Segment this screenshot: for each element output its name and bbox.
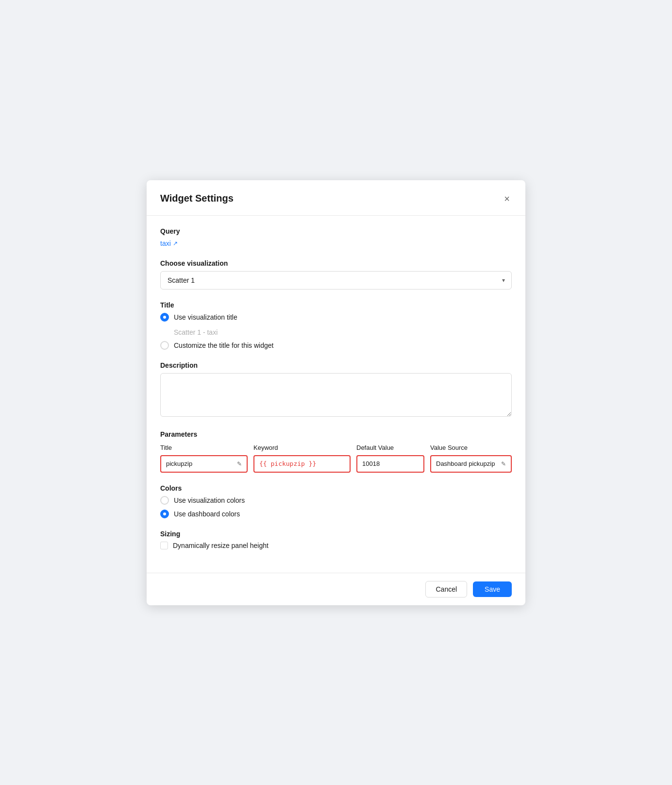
dynamic-resize-label: Dynamically resize panel height	[173, 542, 269, 549]
param-keyword-value: {{ pickupzip }}	[259, 460, 316, 467]
param-title-edit-icon[interactable]: ✎	[237, 461, 242, 467]
param-source-cell[interactable]: Dashboard pickupzip ✎	[430, 455, 512, 473]
use-dashboard-colors-option[interactable]: Use dashboard colors	[160, 510, 512, 518]
param-source-value: Dashboard pickupzip	[436, 460, 495, 467]
use-vis-title-radio[interactable]	[160, 313, 169, 322]
param-title-value: pickupzip	[166, 460, 192, 467]
param-title-cell[interactable]: pickupzip ✎	[160, 455, 248, 473]
param-col-source: Value Source	[430, 444, 512, 451]
description-textarea[interactable]	[160, 373, 512, 417]
visualization-select[interactable]: Scatter 1 Scatter 2 Bar Chart Line Chart…	[160, 271, 512, 290]
use-vis-title-option[interactable]: Use visualization title	[160, 313, 512, 322]
use-dashboard-colors-label: Use dashboard colors	[174, 510, 240, 518]
use-vis-title-label: Use visualization title	[174, 313, 237, 321]
query-section-label: Query	[160, 227, 512, 235]
visualization-section: Choose visualization Scatter 1 Scatter 2…	[160, 259, 512, 290]
dynamic-resize-checkbox[interactable]	[160, 542, 168, 549]
colors-section: Colors Use visualization colors Use dash…	[160, 484, 512, 518]
sizing-section: Sizing Dynamically resize panel height	[160, 530, 512, 549]
customize-title-label: Customize the title for this widget	[174, 341, 273, 349]
use-dashboard-colors-radio[interactable]	[160, 510, 169, 518]
parameters-section: Parameters Title Keyword Default Value V…	[160, 430, 512, 473]
visualization-select-wrapper: Scatter 1 Scatter 2 Bar Chart Line Chart…	[160, 271, 512, 290]
description-section: Description	[160, 361, 512, 419]
title-placeholder: Scatter 1 - taxi	[174, 328, 512, 336]
dynamic-resize-option[interactable]: Dynamically resize panel height	[160, 542, 512, 549]
param-data-row: pickupzip ✎ {{ pickupzip }} 10018 Dashbo…	[160, 455, 512, 473]
save-button[interactable]: Save	[473, 581, 512, 597]
widget-settings-modal: Widget Settings × Query taxi ↗ Choose vi…	[147, 180, 525, 605]
param-col-keyword: Keyword	[253, 444, 351, 451]
modal-title: Widget Settings	[160, 193, 234, 204]
title-section-label: Title	[160, 301, 512, 309]
query-link[interactable]: taxi ↗	[160, 239, 178, 247]
customize-title-option[interactable]: Customize the title for this widget	[160, 341, 512, 350]
modal-footer: Cancel Save	[147, 573, 525, 605]
sizing-section-label: Sizing	[160, 530, 512, 538]
query-link-text: taxi	[160, 239, 171, 247]
parameters-section-label: Parameters	[160, 430, 512, 438]
use-vis-colors-option[interactable]: Use visualization colors	[160, 496, 512, 505]
use-vis-colors-label: Use visualization colors	[174, 496, 245, 504]
parameters-table: Title Keyword Default Value Value Source…	[160, 444, 512, 473]
param-keyword-cell[interactable]: {{ pickupzip }}	[253, 455, 351, 473]
query-section: Query taxi ↗	[160, 227, 512, 248]
cancel-button[interactable]: Cancel	[425, 581, 467, 597]
visualization-section-label: Choose visualization	[160, 259, 512, 267]
colors-section-label: Colors	[160, 484, 512, 492]
param-source-edit-icon[interactable]: ✎	[501, 461, 506, 467]
param-header-row: Title Keyword Default Value Value Source	[160, 444, 512, 451]
close-button[interactable]: ×	[502, 192, 512, 205]
customize-title-radio[interactable]	[160, 341, 169, 350]
title-section: Title Use visualization title Scatter 1 …	[160, 301, 512, 350]
external-link-icon: ↗	[173, 240, 178, 247]
param-col-title: Title	[160, 444, 248, 451]
param-default-cell[interactable]: 10018	[356, 455, 424, 473]
description-section-label: Description	[160, 361, 512, 369]
use-vis-colors-radio[interactable]	[160, 496, 169, 505]
param-default-value: 10018	[362, 460, 380, 467]
param-col-default: Default Value	[356, 444, 424, 451]
modal-body: Query taxi ↗ Choose visualization Scatte…	[147, 216, 525, 573]
title-radio-group: Use visualization title Scatter 1 - taxi…	[160, 313, 512, 350]
modal-header: Widget Settings ×	[147, 180, 525, 216]
colors-radio-group: Use visualization colors Use dashboard c…	[160, 496, 512, 518]
